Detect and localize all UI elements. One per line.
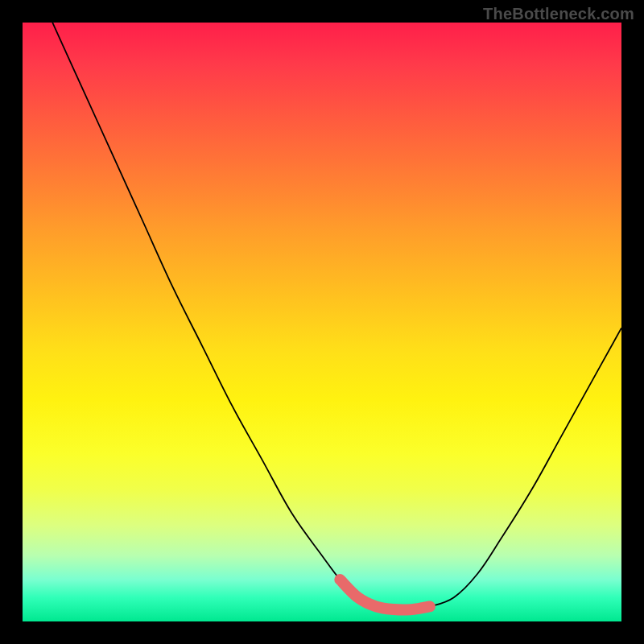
plot-area: [23, 23, 621, 621]
best-fit-marker: [340, 580, 430, 610]
chart-svg: [23, 23, 621, 621]
watermark-text: TheBottleneck.com: [483, 5, 634, 23]
chart-container: TheBottleneck.com: [0, 0, 644, 644]
bottleneck-curve: [52, 23, 621, 610]
